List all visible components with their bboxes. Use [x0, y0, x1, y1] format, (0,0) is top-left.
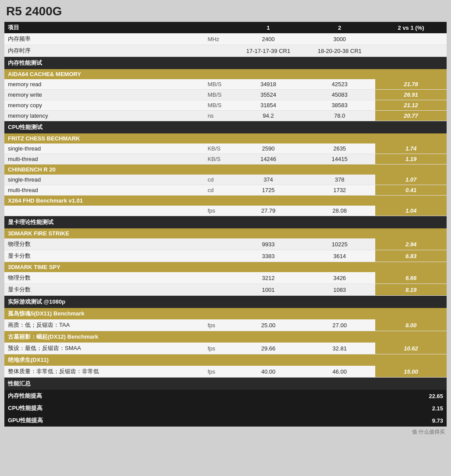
row-val2: 10225 — [304, 238, 375, 250]
row-val2: 42523 — [304, 79, 375, 90]
row-label: 预设：最低；反锯齿：SMAA — [4, 343, 204, 354]
row-unit: fps — [204, 343, 233, 354]
pct-cell: 1.04 — [375, 206, 447, 216]
pct-cell: 6.83 — [375, 250, 447, 262]
pct-cell: 8.19 — [375, 284, 447, 296]
row-unit: cd — [204, 175, 233, 185]
row-unit: cd — [204, 185, 233, 196]
row-val1: 25.00 — [233, 319, 304, 331]
row-val2: 3614 — [304, 250, 375, 262]
section-label: 实际游戏测试 @1080p — [4, 296, 447, 308]
table-row: multi-thread KB/S 14246 14415 1.19 — [4, 154, 447, 164]
row-label: multi-thread — [4, 154, 204, 164]
row-label: memory write — [4, 90, 204, 100]
table-row: 显卡分数 1001 1083 8.19 — [4, 284, 447, 296]
table-row: 内存时序 17-17-17-39 CR1 18-20-20-38 CR1 — [4, 45, 447, 57]
row-unit — [204, 250, 233, 262]
table-row: 内存频率 MHz 2400 3000 — [4, 33, 447, 45]
summary-item-label: 内存性能提高 — [4, 390, 375, 402]
row-val2: 3426 — [304, 272, 375, 284]
row-label: 整体质量：非常低；反锯齿：非常低 — [4, 366, 204, 378]
row-val2: 28.08 — [304, 206, 375, 216]
row-unit: MB/S — [204, 90, 233, 100]
table-row: memory copy MB/S 31854 38583 21.12 — [4, 100, 447, 111]
summary-item-label: CPU性能提高 — [4, 402, 375, 414]
row-val1: 374 — [233, 175, 304, 185]
table-row: 显卡分数 3383 3614 6.83 — [4, 250, 447, 262]
subsection-header-row: 3DMARK TIME SPY — [4, 262, 447, 273]
row-unit — [204, 45, 233, 57]
row-label: 显卡分数 — [4, 284, 204, 296]
watermark: 值 什么值得买 — [4, 428, 447, 436]
row-val2: 46.00 — [304, 366, 375, 378]
row-val1: 35524 — [233, 90, 304, 100]
subsection-label: AIDA64 CACHE& MEMORY — [4, 69, 447, 79]
header-pct: 2 vs 1 (%) — [375, 22, 447, 33]
pct-cell: 6.66 — [375, 272, 447, 284]
subsection-header-row: 古墓丽影：崛起(DX12) Benchmark — [4, 331, 447, 343]
row-val1: 40.00 — [233, 366, 304, 378]
row-label: 物理分数 — [4, 238, 204, 250]
subsection-label: 古墓丽影：崛起(DX12) Benchmark — [4, 331, 447, 343]
subsection-label: X264 FHD Benchmark v1.01 — [4, 196, 447, 206]
summary-item-label: GPU性能提高 — [4, 414, 375, 427]
table-row: single-thread KB/S 2590 2635 1.74 — [4, 144, 447, 154]
row-unit: KB/S — [204, 144, 233, 154]
row-label: 物理分数 — [4, 272, 204, 284]
row-unit — [204, 284, 233, 296]
pct-cell — [375, 45, 447, 57]
row-label — [4, 206, 204, 216]
row-val1: 27.79 — [233, 206, 304, 216]
pct-cell: 20.77 — [375, 111, 447, 121]
row-val1: 14246 — [233, 154, 304, 164]
subsection-header-row: FRITZ CHESS BECHMARK — [4, 133, 447, 144]
row-val2: 1732 — [304, 185, 375, 196]
header-item: 项目 — [4, 22, 204, 33]
pct-cell: 2.94 — [375, 238, 447, 250]
row-label: 内存时序 — [4, 45, 204, 57]
summary-data-row: 内存性能提高 22.65 — [4, 390, 447, 402]
row-unit: MB/S — [204, 100, 233, 111]
row-unit: KB/S — [204, 154, 233, 164]
row-val2: 378 — [304, 175, 375, 185]
pct-cell: 0.41 — [375, 185, 447, 196]
pct-cell: 1.07 — [375, 175, 447, 185]
section-header-row: CPU性能测试 — [4, 121, 447, 134]
pct-cell: 21.78 — [375, 79, 447, 90]
row-label: single-thread — [4, 144, 204, 154]
table-row: 整体质量：非常低；反锯齿：非常低 fps 40.00 46.00 15.00 — [4, 366, 447, 378]
header-unit — [204, 22, 233, 33]
row-unit: MHz — [204, 33, 233, 45]
subsection-label: CHINBENCH R 20 — [4, 164, 447, 175]
row-unit: fps — [204, 206, 233, 216]
pct-cell: 15.00 — [375, 366, 447, 378]
row-val2: 38583 — [304, 100, 375, 111]
table-row: single-thread cd 374 378 1.07 — [4, 175, 447, 185]
section-header-row: 实际游戏测试 @1080p — [4, 296, 447, 308]
row-val1: 2590 — [233, 144, 304, 154]
subsection-label: 3DMARK FIRE STRIKE — [4, 228, 447, 238]
section-label: CPU性能测试 — [4, 121, 447, 134]
table-row: 预设：最低；反锯齿：SMAA fps 29.66 32.81 10.62 — [4, 343, 447, 354]
row-label: memory read — [4, 79, 204, 90]
table-row: memory read MB/S 34918 42523 21.78 — [4, 79, 447, 90]
subsection-label: 3DMARK TIME SPY — [4, 262, 447, 273]
row-label: single-thread — [4, 175, 204, 185]
row-label: memory latency — [4, 111, 204, 121]
row-label: memory copy — [4, 100, 204, 111]
summary-item-value: 2.15 — [375, 402, 447, 414]
pct-cell: 10.62 — [375, 343, 447, 354]
row-label: 画质：低；反锯齿：TAA — [4, 319, 204, 331]
summary-data-row: GPU性能提高 9.73 — [4, 414, 447, 427]
table-row: fps 27.79 28.08 1.04 — [4, 206, 447, 216]
subsection-label: 绝地求生(DX11) — [4, 354, 447, 366]
table-row: multi-thread cd 1725 1732 0.41 — [4, 185, 447, 196]
row-unit — [204, 272, 233, 284]
section-label: 内存性能测试 — [4, 57, 447, 70]
row-unit: MB/S — [204, 79, 233, 90]
subsection-label: 孤岛惊魂5(DX11) Benchmark — [4, 308, 447, 319]
row-val1: 9933 — [233, 238, 304, 250]
row-val2: 32.81 — [304, 343, 375, 354]
pct-cell: 1.19 — [375, 154, 447, 164]
header-col1: 1 — [233, 22, 304, 33]
